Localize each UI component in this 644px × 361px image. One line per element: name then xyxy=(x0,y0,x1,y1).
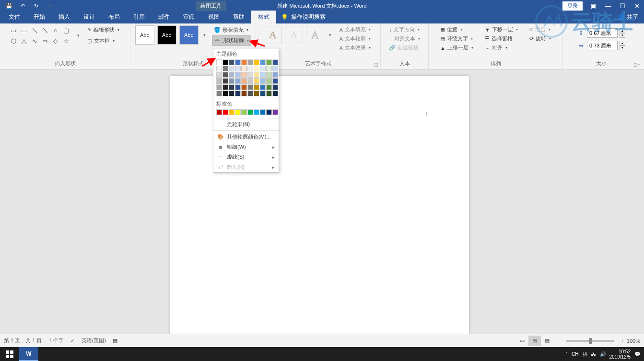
color-swatch[interactable] xyxy=(235,109,241,115)
color-swatch[interactable] xyxy=(229,84,234,90)
shape-hexagon-icon[interactable]: ⬡ xyxy=(9,36,18,46)
color-swatch[interactable] xyxy=(222,78,228,84)
wordart-swatch-1[interactable]: A xyxy=(264,26,282,44)
tab-format[interactable]: 格式 xyxy=(251,11,276,23)
shape-textbox-icon[interactable]: ▭ xyxy=(9,25,18,35)
color-swatch[interactable] xyxy=(247,59,253,65)
color-swatch[interactable] xyxy=(260,78,266,84)
align-button[interactable]: ⫟对齐▾ xyxy=(483,44,520,52)
height-spinner[interactable]: ▴▾ xyxy=(620,28,625,38)
wordart-swatch-3[interactable]: A xyxy=(306,26,324,44)
drawing-tools-tab[interactable]: 绘图工具 xyxy=(196,1,226,11)
color-swatch[interactable] xyxy=(247,84,253,90)
network-icon[interactable]: 🖧 xyxy=(591,351,596,357)
no-outline-item[interactable]: 无轮廓(N) xyxy=(213,119,279,129)
zoom-out-button[interactable]: − xyxy=(556,338,559,344)
login-button[interactable]: 登录 xyxy=(562,1,583,11)
color-swatch[interactable] xyxy=(222,72,228,78)
color-swatch[interactable] xyxy=(235,72,241,78)
color-swatch[interactable] xyxy=(272,59,278,65)
position-button[interactable]: ▦位置▾ xyxy=(438,25,475,34)
maximize-icon[interactable]: ☐ xyxy=(615,2,630,10)
color-swatch[interactable] xyxy=(241,66,247,71)
color-swatch[interactable] xyxy=(260,66,266,71)
width-spinner[interactable]: ▴▾ xyxy=(620,41,625,50)
color-swatch[interactable] xyxy=(247,72,253,78)
tab-design[interactable]: 设计 xyxy=(77,11,102,23)
text-outline-button[interactable]: A 文本轮廓▾ xyxy=(338,35,373,43)
document-area[interactable] xyxy=(0,70,644,334)
width-control[interactable]: ⇔ ▴▾ xyxy=(577,41,625,50)
standard-color-grid[interactable] xyxy=(213,109,279,117)
shape-triangle-icon[interactable]: △ xyxy=(19,36,29,46)
color-swatch[interactable] xyxy=(272,109,278,115)
color-swatch[interactable] xyxy=(241,84,247,90)
color-swatch[interactable] xyxy=(254,59,259,65)
color-swatch[interactable] xyxy=(235,91,241,96)
height-input[interactable] xyxy=(587,28,618,38)
color-swatch[interactable] xyxy=(247,78,253,84)
more-outline-colors-item[interactable]: 🎨 其他轮廓颜色(M)... xyxy=(213,132,279,142)
shapes-more-button[interactable]: ▾ xyxy=(75,25,82,46)
text-direction-button[interactable]: ↕ 文字方向▾ xyxy=(387,25,422,34)
shape-diamond-icon[interactable]: ◇ xyxy=(51,36,60,46)
style-swatch-2[interactable]: Abc xyxy=(157,25,176,45)
color-swatch[interactable] xyxy=(260,59,266,65)
color-swatch[interactable] xyxy=(247,109,253,115)
tab-help[interactable]: 帮助 xyxy=(226,11,251,23)
color-swatch[interactable] xyxy=(229,91,234,96)
shape-fill-button[interactable]: 🪣 形状填充 ▾ xyxy=(212,25,251,35)
qat-more-icon[interactable]: ▾ xyxy=(47,4,54,8)
volume-icon[interactable]: 🔊 xyxy=(600,351,606,357)
color-swatch[interactable] xyxy=(229,78,234,84)
shape-styles-more[interactable]: ▾ xyxy=(201,25,208,45)
save-icon[interactable]: 💾 xyxy=(6,3,12,9)
color-swatch[interactable] xyxy=(222,109,228,115)
color-swatch[interactable] xyxy=(272,78,278,84)
dashes-item[interactable]: ┄ 虚线(S) ▸ xyxy=(213,152,279,162)
redo-icon[interactable]: ↻ xyxy=(33,3,39,9)
wordart-gallery[interactable]: A A A ▾ xyxy=(264,25,334,45)
collapse-ribbon-icon[interactable]: ︿ xyxy=(636,60,641,67)
notifications-icon[interactable]: 💬 xyxy=(634,351,640,357)
color-swatch[interactable] xyxy=(222,91,228,96)
shape-line2-icon[interactable]: ＼ xyxy=(40,25,50,35)
color-swatch[interactable] xyxy=(216,72,222,78)
tab-layout[interactable]: 布局 xyxy=(102,11,127,23)
language-indicator[interactable]: 英语(美国) xyxy=(82,337,106,344)
web-layout-button[interactable]: ▦ xyxy=(541,336,553,346)
width-input[interactable] xyxy=(587,41,618,50)
tab-mailings[interactable]: 邮件 xyxy=(152,11,176,23)
color-swatch[interactable] xyxy=(266,84,272,90)
tab-insert[interactable]: 插入 xyxy=(52,11,77,23)
shape-outline-button[interactable]: ✏ 形状轮廓 ▾ xyxy=(212,35,251,46)
color-swatch[interactable] xyxy=(216,109,222,115)
shape-oval-icon[interactable]: ○ xyxy=(51,25,60,35)
height-control[interactable]: ⇕ ▴▾ xyxy=(577,28,625,38)
wordart-more[interactable]: ▾ xyxy=(327,25,334,45)
style-swatch-3[interactable]: Abc xyxy=(179,25,199,45)
color-swatch[interactable] xyxy=(272,72,278,78)
shape-style-gallery[interactable]: Abc Abc Abc ▾ xyxy=(135,25,208,45)
color-swatch[interactable] xyxy=(216,78,222,84)
color-swatch[interactable] xyxy=(260,91,266,96)
read-mode-button[interactable]: ▭ xyxy=(516,336,528,346)
color-swatch[interactable] xyxy=(254,84,259,90)
color-swatch[interactable] xyxy=(241,109,247,115)
theme-color-grid[interactable] xyxy=(213,59,279,98)
close-icon[interactable]: ✕ xyxy=(630,2,644,10)
undo-icon[interactable]: ↶ xyxy=(19,3,26,9)
color-swatch[interactable] xyxy=(222,84,228,90)
color-swatch[interactable] xyxy=(266,78,272,84)
color-swatch[interactable] xyxy=(247,91,253,96)
minimize-icon[interactable]: — xyxy=(601,2,615,10)
color-swatch[interactable] xyxy=(241,91,247,96)
color-swatch[interactable] xyxy=(222,66,228,71)
color-swatch[interactable] xyxy=(254,66,259,71)
color-swatch[interactable] xyxy=(235,84,241,90)
align-text-button[interactable]: ≡ 对齐文本▾ xyxy=(387,35,422,43)
weight-item[interactable]: ≡ 粗细(W) ▸ xyxy=(213,142,279,152)
wordart-swatch-2[interactable]: A xyxy=(285,26,303,44)
spell-check-icon[interactable]: ✓ xyxy=(70,338,75,344)
text-effects-button[interactable]: A 文本效果▾ xyxy=(338,44,373,52)
